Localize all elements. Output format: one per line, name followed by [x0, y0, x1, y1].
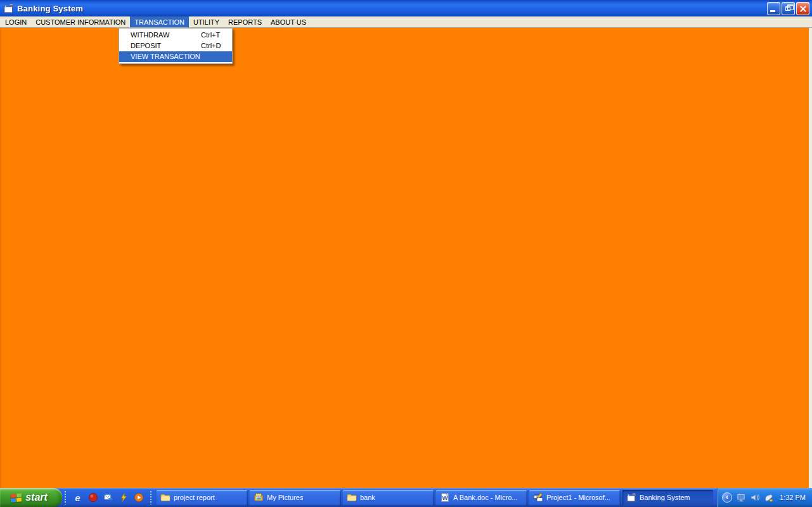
task-button-label: project report [174, 494, 215, 501]
window-controls [767, 2, 809, 15]
task-button-banking-system[interactable]: Banking System [622, 490, 713, 506]
winamp-icon[interactable] [118, 492, 129, 503]
restore-icon [785, 6, 790, 11]
menubar-item-about-us[interactable]: ABOUT US [266, 16, 311, 27]
menu-item-label: DEPOSIT [131, 42, 161, 49]
task-button-project-report[interactable]: project report [157, 490, 247, 506]
pictures-icon [254, 492, 264, 503]
task-button-label: bank [360, 494, 375, 501]
menubar-item-utility[interactable]: UTILITY [189, 16, 224, 27]
task-button-bank[interactable]: bank [343, 490, 434, 506]
menu-item-shortcut: Ctrl+T [201, 30, 220, 41]
word-icon: W [440, 492, 450, 503]
menu-item-view-transaction[interactable]: VIEW TRANSACTION [119, 51, 232, 62]
internet-explorer-icon[interactable]: e [72, 492, 83, 503]
quick-launch-handle[interactable] [64, 491, 67, 504]
vb-icon [533, 492, 543, 503]
app-form-icon [3, 3, 14, 14]
svg-text:W: W [442, 494, 448, 501]
mouse-tray-icon[interactable] [763, 492, 774, 503]
menu-item-label: WITHDRAW [131, 31, 169, 39]
transaction-dropdown-menu: WITHDRAWCtrl+TDEPOSITCtrl+DVIEW TRANSACT… [119, 28, 233, 64]
form-icon [626, 492, 636, 503]
task-button-a-bank-doc-micro[interactable]: WA Bank.doc - Micro... [436, 490, 527, 506]
task-button-project1-microsof[interactable]: Project1 - Microsof... [529, 490, 620, 506]
quick-launch-bar: e [68, 492, 148, 503]
menubar-item-customer-information[interactable]: CUSTOMER INFORMATION [31, 16, 130, 27]
minimize-icon [770, 10, 775, 12]
menubar: LOGINCUSTOMER INFORMATIONTRANSACTIONUTIL… [0, 16, 812, 28]
taskbar-buttons: project reportMy PicturesbankWA Bank.doc… [154, 490, 718, 506]
start-label: start [25, 492, 51, 503]
folder-icon [160, 492, 171, 503]
windows-flag-icon [11, 493, 22, 502]
menu-item-withdraw[interactable]: WITHDRAWCtrl+T [119, 30, 232, 41]
task-button-label: Project1 - Microsof... [546, 494, 610, 501]
task-button-label: My Pictures [267, 494, 303, 501]
client-area [0, 28, 812, 488]
menubar-item-login[interactable]: LOGIN [1, 16, 31, 27]
start-button[interactable]: start [0, 488, 62, 507]
taskbar: start e project reportMy PicturesbankWA … [0, 488, 812, 507]
volume-tray-icon[interactable] [749, 492, 760, 503]
task-button-label: Banking System [640, 494, 690, 501]
media-player-icon[interactable] [133, 492, 144, 503]
taskbar-handle[interactable] [150, 491, 152, 504]
mozilla-icon[interactable] [87, 492, 98, 503]
task-button-label: A Bank.doc - Micro... [453, 494, 517, 501]
system-tray: ‹ 1:32 PM [718, 488, 812, 507]
menubar-item-transaction[interactable]: TRANSACTION [130, 16, 189, 27]
monitor-tray-icon[interactable] [735, 492, 746, 503]
menubar-item-reports[interactable]: REPORTS [224, 16, 266, 27]
clock: 1:32 PM [780, 494, 806, 501]
restore-button[interactable] [782, 2, 795, 15]
menu-item-label: VIEW TRANSACTION [131, 53, 200, 60]
hide-icons-chevron[interactable]: ‹ [722, 492, 732, 503]
close-button[interactable] [796, 2, 809, 15]
folder-icon [347, 492, 357, 503]
outlook-express-icon[interactable] [103, 492, 113, 503]
window-titlebar: Banking System [0, 0, 812, 16]
menu-item-shortcut: Ctrl+D [201, 41, 221, 51]
window-title: Banking System [17, 4, 83, 13]
menu-item-deposit[interactable]: DEPOSITCtrl+D [119, 41, 232, 51]
task-button-my-pictures[interactable]: My Pictures [250, 490, 340, 506]
window-right-border [809, 28, 812, 488]
minimize-button[interactable] [767, 2, 780, 15]
